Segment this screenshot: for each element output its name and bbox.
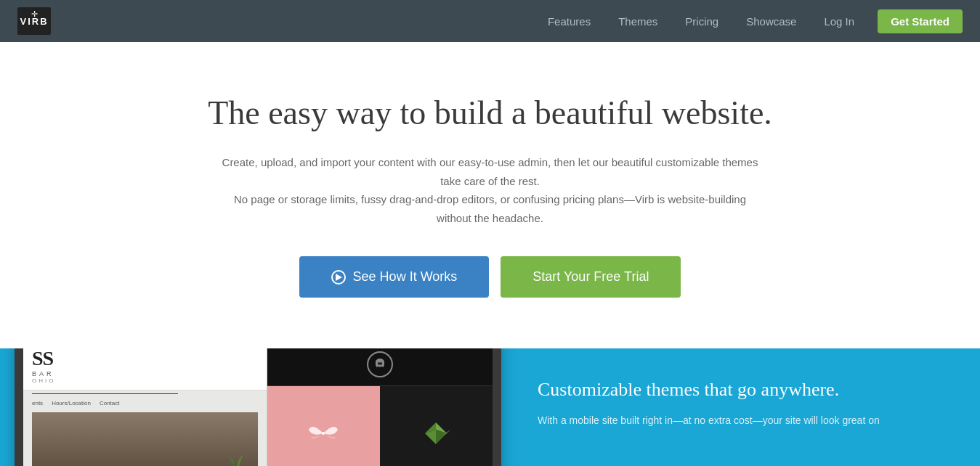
play-icon <box>331 270 346 285</box>
screen-left-panel: SS BAR OHIO ents Hours/Location Contact <box>23 348 267 466</box>
thumbnail-dark <box>380 386 493 466</box>
see-how-button[interactable]: See How It Works <box>299 256 490 298</box>
screen-brand-state: OHIO <box>32 377 258 384</box>
screen-nav-item-1: ents <box>32 400 43 406</box>
bottom-text-area: Customizable themes that go anywhere. Wi… <box>516 348 980 457</box>
screen-nav-item-3: Contact <box>100 400 120 406</box>
bottom-headline: Customizable themes that go anywhere. <box>538 377 958 402</box>
mastodon-icon <box>367 351 393 377</box>
screen-brand-name: SS <box>32 348 258 369</box>
hero-subtext: Create, upload, and import your content … <box>218 153 763 227</box>
screen-nav-item-2: Hours/Location <box>52 400 91 406</box>
origami-bird-icon <box>418 419 454 448</box>
laptop-mockup: SS BAR OHIO ents Hours/Location Contact <box>0 348 516 466</box>
nav-showcase[interactable]: Showcase <box>734 11 808 32</box>
nav-links: Features Themes Pricing Showcase Log In … <box>536 9 963 33</box>
screen-brand-area: SS BAR OHIO <box>23 348 267 391</box>
screen-right-panel <box>267 348 493 466</box>
navbar: ✛ VIRB Features Themes Pricing Showcase … <box>0 0 980 42</box>
thumbnail-pink <box>267 386 380 466</box>
butterfly-icon <box>305 419 341 448</box>
plant-icon <box>222 434 251 466</box>
nav-pricing[interactable]: Pricing <box>673 11 730 32</box>
hero-buttons: See How It Works Start Your Free Trial <box>29 256 951 298</box>
screen-brand-sub: BAR <box>32 370 258 377</box>
logo-cross-icon: ✛ <box>31 10 38 18</box>
hero-section: The easy way to build a beautiful websit… <box>0 42 980 348</box>
get-started-button[interactable]: Get Started <box>878 9 963 33</box>
nav-features[interactable]: Features <box>536 11 602 32</box>
screen-divider <box>32 393 178 394</box>
hero-subtext-line1: Create, upload, and import your content … <box>222 156 758 187</box>
screen-right-top <box>267 348 493 386</box>
bottom-section: SS BAR OHIO ents Hours/Location Contact <box>0 348 980 466</box>
screen-nav: ents Hours/Location Contact <box>23 397 267 409</box>
screen-thumbnails <box>267 386 493 466</box>
logo[interactable]: ✛ VIRB <box>17 7 51 35</box>
svg-point-1 <box>322 432 325 435</box>
laptop-screen: SS BAR OHIO ents Hours/Location Contact <box>23 348 493 466</box>
screen-image <box>32 412 258 466</box>
nav-themes[interactable]: Themes <box>607 11 669 32</box>
hero-headline: The easy way to build a beautiful websit… <box>29 93 951 133</box>
screen-inner: SS BAR OHIO ents Hours/Location Contact <box>23 348 493 466</box>
free-trial-button[interactable]: Start Your Free Trial <box>501 256 681 298</box>
bottom-body: With a mobile site built right in—at no … <box>538 412 958 428</box>
see-how-label: See How It Works <box>353 269 458 285</box>
hero-subtext-line2: No page or storage limits, fussy drag-an… <box>234 193 746 224</box>
laptop-outer: SS BAR OHIO ents Hours/Location Contact <box>15 348 501 466</box>
nav-login[interactable]: Log In <box>812 11 866 32</box>
